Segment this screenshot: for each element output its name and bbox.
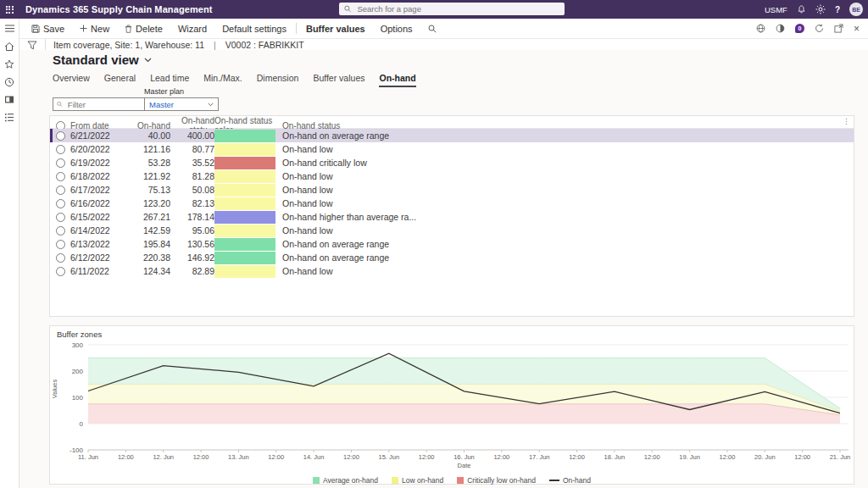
cell-on-hand-status-pct: 130.56 [170, 239, 214, 249]
cell-on-hand-status-pct: 82.89 [170, 266, 214, 276]
chevron-down-icon[interactable] [144, 58, 152, 63]
master-plan-select[interactable]: Master [144, 97, 219, 111]
table-row[interactable]: 6/12/2022220.38146.92On-hand on average … [50, 251, 854, 264]
default-settings-button[interactable]: Default settings [214, 19, 294, 38]
x-tick-label: 12:00 [118, 453, 134, 461]
table-row[interactable]: 6/14/2022142.5995.06On-hand low [50, 224, 854, 237]
row-select-radio[interactable] [56, 158, 65, 168]
table-row[interactable]: 6/13/2022195.84130.56On-hand on average … [50, 237, 854, 251]
close-icon[interactable]: × [854, 24, 860, 34]
modules-list-icon[interactable] [4, 112, 15, 123]
x-axis-label: Date [458, 462, 471, 469]
tab-lead-time[interactable]: Lead time [150, 73, 189, 87]
x-tick-label: 12:00 [268, 453, 284, 461]
x-tick-label: 13. Jun [228, 453, 249, 461]
row-select-radio[interactable] [56, 226, 65, 236]
on-hand-grid: From dateOn-handOn-hand statu...On-hand … [49, 115, 854, 317]
chevron-down-icon [208, 103, 214, 107]
app-title: Dynamics 365 Supply Chain Management [25, 4, 213, 14]
help-icon[interactable]: ? [835, 5, 840, 14]
global-search-input[interactable] [355, 3, 559, 14]
filter-funnel-icon[interactable] [27, 41, 37, 50]
zone-band-critically-low-on-hand [88, 404, 840, 424]
row-select-radio[interactable] [56, 199, 65, 208]
company-selector[interactable]: USMF [765, 5, 787, 14]
tab-buffer-values[interactable]: Buffer values [313, 73, 364, 87]
global-search-box[interactable] [339, 3, 565, 15]
plus-icon [80, 25, 87, 32]
cell-status-color-swatch [214, 197, 275, 210]
y-tick-label: 200 [72, 368, 84, 375]
notifications-bell-icon[interactable] [797, 4, 806, 14]
app-launcher-icon[interactable] [0, 0, 19, 19]
buffer-values-menu[interactable]: Buffer values [298, 19, 373, 38]
tab-dimension[interactable]: Dimension [257, 73, 299, 87]
user-avatar[interactable]: BE [849, 3, 863, 16]
tab-overview[interactable]: Overview [53, 73, 90, 87]
legend-item-low-on-hand: Low on-hand [392, 476, 443, 485]
row-select-radio[interactable] [56, 172, 65, 181]
cell-status-text: On-hand low [282, 198, 854, 208]
row-select-radio[interactable] [56, 213, 65, 222]
table-row[interactable]: 6/19/202253.2835.52On-hand critically lo… [50, 156, 854, 169]
tab-strip: OverviewGeneralLead timeMin./Max.Dimensi… [53, 73, 416, 87]
workspaces-icon[interactable] [4, 94, 15, 105]
row-select-radio[interactable] [56, 267, 65, 276]
toolbar-search-button[interactable] [420, 19, 444, 38]
x-tick-label: 12:00 [644, 453, 660, 461]
cell-status-color-swatch [214, 252, 275, 264]
hamburger-menu-icon[interactable] [4, 23, 15, 34]
table-row[interactable]: 6/15/2022267.21178.14On-hand higher than… [50, 210, 854, 224]
cell-from-date: 6/17/2022 [70, 185, 133, 195]
y-tick-label: 100 [72, 394, 84, 402]
row-select-radio[interactable] [56, 186, 65, 195]
delete-button[interactable]: Delete [117, 19, 170, 38]
table-row[interactable]: 6/11/2022124.3482.89On-hand low [50, 264, 854, 278]
table-row[interactable]: 6/21/202240.00400.00On-hand on average r… [50, 129, 854, 142]
column-options-kebab-icon[interactable]: ⋮ [843, 117, 850, 125]
row-select-radio[interactable] [56, 131, 65, 141]
page-title: Standard view [53, 53, 152, 67]
contrast-icon[interactable] [776, 24, 785, 33]
cell-status-text: On-hand low [282, 266, 854, 276]
breadcrumb-record: V0002 : FABRIKKIT [225, 40, 304, 50]
row-select-radio[interactable] [56, 240, 65, 249]
table-row[interactable]: 6/16/2022123.2082.13On-hand low [50, 197, 854, 210]
cell-from-date: 6/19/2022 [70, 158, 133, 168]
x-tick-label: 12:00 [419, 453, 435, 461]
cell-status-color-swatch [214, 211, 275, 224]
wizard-button[interactable]: Wizard [170, 19, 214, 38]
grid-filter-input[interactable] [66, 99, 145, 110]
home-icon[interactable] [4, 41, 15, 52]
recent-clock-icon[interactable] [4, 76, 15, 87]
settings-gear-icon[interactable] [815, 4, 826, 14]
save-icon [31, 25, 40, 33]
cell-on-hand-status-pct: 50.08 [170, 185, 214, 195]
tab-on-hand[interactable]: On-hand [379, 73, 415, 87]
cell-on-hand: 75.13 [133, 185, 170, 195]
grid-filter-box[interactable] [53, 97, 149, 111]
row-select-radio[interactable] [56, 145, 65, 154]
options-menu[interactable]: Options [373, 19, 420, 38]
table-row[interactable]: 6/20/2022121.1680.77On-hand low [50, 142, 854, 156]
cell-status-color-swatch [214, 130, 275, 142]
x-tick-label: 18. Jun [604, 453, 626, 461]
cell-status-text: On-hand higher than average ra... [282, 212, 854, 222]
tab-min-max-[interactable]: Min./Max. [203, 73, 242, 87]
row-select-radio[interactable] [56, 253, 65, 263]
new-button[interactable]: New [72, 19, 117, 38]
buffer-zones-chart-card: Buffer zones 3002001000-10011. Jun12:001… [49, 325, 854, 485]
tab-general[interactable]: General [104, 73, 136, 87]
table-row[interactable]: 6/18/2022121.9281.28On-hand low [50, 169, 854, 183]
favorites-star-icon[interactable] [4, 58, 15, 69]
globe-icon[interactable] [756, 24, 765, 33]
table-row[interactable]: 6/17/202275.1350.08On-hand low [50, 183, 854, 197]
refresh-icon[interactable] [815, 24, 824, 33]
popout-icon[interactable] [834, 24, 843, 33]
messages-badge[interactable]: 0 [795, 24, 804, 33]
legend-item-critically-low-on-hand: Critically low on-hand [457, 476, 536, 485]
cell-on-hand-status-pct: 82.13 [170, 198, 214, 208]
breadcrumb-separator: | [212, 40, 218, 50]
save-button[interactable]: Save [24, 19, 72, 38]
grid-header: From dateOn-handOn-hand statu...On-hand … [50, 116, 854, 129]
